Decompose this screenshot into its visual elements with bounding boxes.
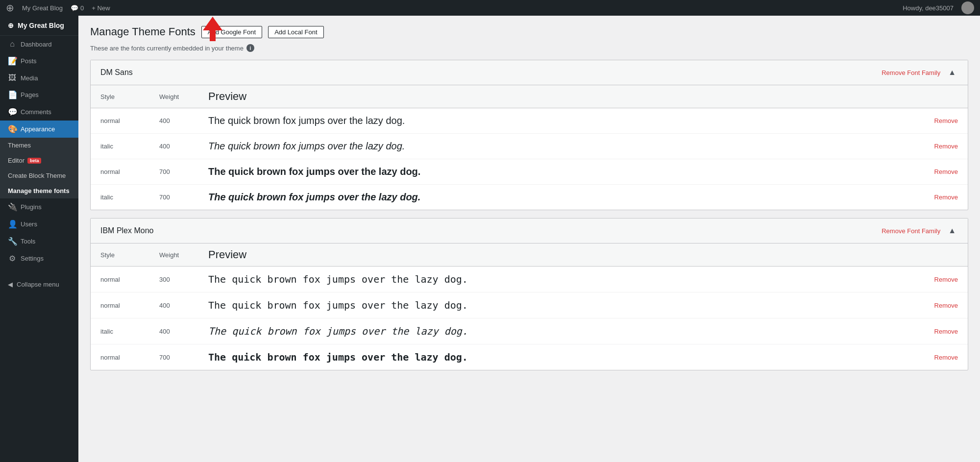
sidebar-label-comments: Comments <box>21 108 51 116</box>
collapse-icon: ◀ <box>8 281 13 288</box>
sidebar-label-posts: Posts <box>21 57 37 65</box>
admin-bar: ⊕ My Great Blog 💬 0 + New Howdy, dee3500… <box>0 0 980 16</box>
remove-font-button[interactable]: Remove <box>934 117 958 124</box>
remove-font-button[interactable]: Remove <box>934 354 958 361</box>
font-style-cell: italic <box>91 318 149 344</box>
font-action-cell: Remove <box>925 318 968 344</box>
sidebar-label-appearance: Appearance <box>21 125 55 133</box>
sidebar-label-themes: Themes <box>8 142 31 149</box>
sidebar-item-appearance[interactable]: 🎨 Appearance <box>0 121 78 138</box>
new-content-link[interactable]: + New <box>92 4 110 12</box>
remove-font-family-ibm-plex-mono[interactable]: Remove Font Family <box>882 227 940 235</box>
font-family-actions-ibm-plex-mono: Remove Font Family ▲ <box>882 225 958 236</box>
media-icon: 🖼 <box>8 73 17 82</box>
font-style-cell: italic <box>91 134 149 159</box>
add-local-font-button[interactable]: Add Local Font <box>268 26 323 38</box>
font-family-name-dm-sans: DM Sans <box>100 68 133 77</box>
table-row: italic 400 The quick brown fox jumps ove… <box>91 134 968 159</box>
sidebar-label-editor: Editor <box>8 157 24 164</box>
remove-font-button[interactable]: Remove <box>934 302 958 309</box>
font-family-ibm-plex-mono: IBM Plex Mono Remove Font Family ▲ Style… <box>90 218 968 370</box>
sidebar-item-settings[interactable]: ⚙ Settings <box>0 250 78 267</box>
sidebar-site-label: My Great Blog <box>18 22 64 29</box>
dashboard-icon: ⌂ <box>8 40 17 49</box>
sidebar-item-media[interactable]: 🖼 Media <box>0 70 78 86</box>
font-style-cell: normal <box>91 267 149 292</box>
font-family-header-dm-sans: DM Sans Remove Font Family ▲ <box>91 60 968 85</box>
sidebar-site-name[interactable]: ⊕ My Great Blog <box>0 16 78 36</box>
page-title: Manage Theme Fonts <box>90 25 196 38</box>
collapse-label: Collapse menu <box>17 281 59 288</box>
remove-font-family-dm-sans[interactable]: Remove Font Family <box>882 69 940 76</box>
sidebar-label-plugins: Plugins <box>21 203 42 211</box>
tools-icon: 🔧 <box>8 237 17 246</box>
table-header-row: Style Weight Preview <box>91 243 968 267</box>
collapse-menu-button[interactable]: ◀ Collapse menu <box>0 277 78 292</box>
collapse-dm-sans-button[interactable]: ▲ <box>946 67 958 78</box>
col-header-weight: Weight <box>149 85 198 108</box>
table-row: normal 400 The quick brown fox jumps ove… <box>91 292 968 318</box>
sidebar-label-manage-theme-fonts: Manage theme fonts <box>8 187 70 195</box>
sidebar-item-create-block-theme[interactable]: Create Block Theme <box>0 168 78 183</box>
sidebar-item-tools[interactable]: 🔧 Tools <box>0 233 78 250</box>
sidebar-item-themes[interactable]: Themes <box>0 138 78 153</box>
font-weight-cell: 300 <box>149 267 198 292</box>
sidebar-label-dashboard: Dashboard <box>21 41 52 48</box>
font-preview-cell: The quick brown fox jumps over the lazy … <box>198 292 925 318</box>
user-avatar[interactable] <box>961 1 974 14</box>
col-header-weight: Weight <box>149 243 198 267</box>
remove-font-button[interactable]: Remove <box>934 328 958 335</box>
remove-font-button[interactable]: Remove <box>934 276 958 283</box>
add-google-font-button[interactable]: Add Google Font <box>201 26 262 38</box>
font-action-cell: Remove <box>925 108 968 134</box>
col-header-action <box>925 85 968 108</box>
collapse-ibm-plex-mono-button[interactable]: ▲ <box>946 225 958 236</box>
appearance-icon: 🎨 <box>8 124 17 134</box>
sidebar-item-plugins[interactable]: 🔌 Plugins <box>0 198 78 216</box>
font-family-name-ibm-plex-mono: IBM Plex Mono <box>100 226 153 235</box>
wp-logo-icon: ⊕ <box>6 2 14 14</box>
info-icon[interactable]: i <box>246 44 254 52</box>
sidebar-item-users[interactable]: 👤 Users <box>0 216 78 233</box>
sidebar-item-comments[interactable]: 💬 Comments <box>0 103 78 121</box>
font-style-cell: italic <box>91 185 149 210</box>
table-row: normal 400 The quick brown fox jumps ove… <box>91 108 968 134</box>
col-header-preview: Preview <box>198 85 925 108</box>
comments-link[interactable]: 💬 0 <box>71 4 84 12</box>
font-style-cell: normal <box>91 159 149 185</box>
font-table-ibm-plex-mono: Style Weight Preview normal 300 The quic… <box>91 243 968 370</box>
font-weight-cell: 400 <box>149 134 198 159</box>
sidebar-label-users: Users <box>21 220 37 228</box>
font-action-cell: Remove <box>925 185 968 210</box>
font-style-cell: normal <box>91 292 149 318</box>
sidebar-label-create-block-theme: Create Block Theme <box>8 172 66 179</box>
users-icon: 👤 <box>8 219 17 229</box>
font-preview-cell: The quick brown fox jumps over the lazy … <box>198 159 925 185</box>
page-header: Manage Theme Fonts Add Google Font Add L… <box>90 25 968 38</box>
font-weight-cell: 700 <box>149 344 198 370</box>
table-row: italic 400 The quick brown fox jumps ove… <box>91 318 968 344</box>
table-row: normal 700 The quick brown fox jumps ove… <box>91 344 968 370</box>
sidebar-item-editor[interactable]: Editor beta <box>0 153 78 168</box>
font-preview-cell: The quick brown fox jumps over the lazy … <box>198 134 925 159</box>
settings-icon: ⚙ <box>8 254 17 263</box>
font-style-cell: normal <box>91 344 149 370</box>
sidebar-item-manage-theme-fonts[interactable]: Manage theme fonts <box>0 183 78 198</box>
sidebar-item-dashboard[interactable]: ⌂ Dashboard <box>0 36 78 52</box>
font-weight-cell: 400 <box>149 108 198 134</box>
remove-font-button[interactable]: Remove <box>934 168 958 175</box>
font-weight-cell: 400 <box>149 292 198 318</box>
font-style-cell: normal <box>91 108 149 134</box>
comments-nav-icon: 💬 <box>8 107 17 117</box>
font-weight-cell: 700 <box>149 159 198 185</box>
col-header-preview: Preview <box>198 243 925 267</box>
font-table-dm-sans: Style Weight Preview normal 400 The quic… <box>91 85 968 210</box>
sidebar: ⊕ My Great Blog ⌂ Dashboard 📝 Posts 🖼 Me… <box>0 16 78 462</box>
remove-font-button[interactable]: Remove <box>934 194 958 201</box>
font-preview-cell: The quick brown fox jumps over the lazy … <box>198 185 925 210</box>
remove-font-button[interactable]: Remove <box>934 143 958 150</box>
sidebar-item-pages[interactable]: 📄 Pages <box>0 86 78 103</box>
sidebar-label-media: Media <box>21 74 38 82</box>
sidebar-item-posts[interactable]: 📝 Posts <box>0 52 78 70</box>
site-name[interactable]: My Great Blog <box>22 4 63 12</box>
